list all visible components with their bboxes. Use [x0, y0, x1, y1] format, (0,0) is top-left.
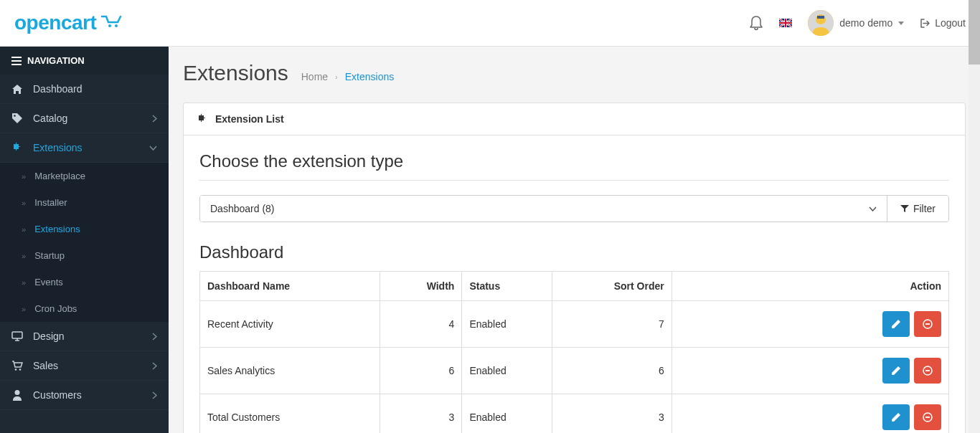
th-width: Width — [380, 272, 462, 301]
chevron-down-icon — [869, 206, 877, 211]
sidebar-item-extensions[interactable]: Extensions — [0, 133, 169, 163]
sub-item-marketplace[interactable]: » Marketplace — [0, 163, 169, 189]
edit-button[interactable] — [882, 358, 910, 384]
chevron-right-icon — [152, 333, 157, 341]
sidebar-item-sales[interactable]: Sales — [0, 351, 169, 381]
breadcrumb-current[interactable]: Extensions — [345, 71, 394, 82]
sidebar-label: Extensions — [33, 142, 82, 153]
logo-text: opencart — [14, 11, 96, 34]
sub-label: Extensions — [34, 224, 80, 234]
table-row: Total Customers3Enabled3 — [200, 394, 949, 434]
filter-button[interactable]: Filter — [887, 196, 948, 222]
cell-name: Total Customers — [200, 394, 380, 434]
filter-icon — [900, 204, 909, 213]
user-name: demo demo — [839, 17, 892, 29]
user-icon — [11, 389, 23, 401]
panel: Extension List Choose the extension type… — [183, 103, 966, 433]
chevron-right-icon — [152, 362, 157, 370]
sidebar-label: Customers — [33, 389, 82, 401]
notifications-icon[interactable] — [749, 15, 763, 31]
sidebar: NAVIGATION Dashboard Catalog Extensions — [0, 47, 169, 433]
avatar — [808, 10, 834, 36]
chevrons-icon: » — [22, 278, 26, 287]
scrollbar-thumb[interactable] — [969, 0, 980, 65]
cell-action — [672, 394, 948, 434]
cell-width: 3 — [380, 394, 462, 434]
page-title: Extensions — [183, 61, 288, 85]
minus-circle-icon — [923, 412, 933, 422]
th-name: Dashboard Name — [200, 272, 380, 301]
puzzle-icon — [197, 113, 208, 125]
svg-rect-5 — [817, 16, 824, 19]
home-icon — [11, 84, 23, 95]
sub-item-cron-jobs[interactable]: » Cron Jobs — [0, 295, 169, 322]
chevrons-icon: » — [22, 305, 26, 313]
svg-rect-7 — [12, 332, 22, 338]
sub-item-startup[interactable]: » Startup — [0, 242, 169, 269]
chevron-down-icon — [149, 146, 157, 151]
cell-status: Enabled — [462, 348, 552, 394]
sub-item-events[interactable]: » Events — [0, 269, 169, 295]
logout-label: Logout — [935, 17, 966, 29]
pencil-icon — [891, 319, 901, 329]
sidebar-item-design[interactable]: Design — [0, 322, 169, 351]
sidebar-item-catalog[interactable]: Catalog — [0, 104, 169, 133]
th-sort: Sort Order — [552, 272, 672, 301]
sub-label: Installer — [34, 197, 67, 208]
chevrons-icon: » — [22, 172, 26, 181]
svg-point-8 — [15, 368, 17, 371]
sub-label: Marketplace — [34, 171, 85, 181]
breadcrumb-home[interactable]: Home — [301, 71, 328, 82]
section-dashboard: Dashboard — [199, 242, 949, 262]
menu-icon — [11, 57, 22, 65]
page-head: Extensions Home › Extensions — [183, 61, 966, 85]
sub-item-installer[interactable]: » Installer — [0, 189, 169, 216]
chevrons-icon: » — [22, 252, 26, 260]
breadcrumb: Home › Extensions — [301, 71, 395, 82]
cell-width: 6 — [380, 348, 462, 394]
cell-sort: 3 — [552, 394, 672, 434]
sub-label: Startup — [34, 250, 65, 261]
svg-point-10 — [15, 390, 20, 395]
cell-name: Recent Activity — [200, 301, 380, 348]
cell-width: 4 — [380, 301, 462, 348]
tag-icon — [11, 113, 23, 124]
cell-sort: 7 — [552, 301, 672, 348]
table-row: Sales Analytics6Enabled6 — [200, 348, 949, 394]
edit-button[interactable] — [882, 404, 910, 430]
header-right: demo demo Logout — [749, 10, 966, 36]
edit-button[interactable] — [882, 311, 910, 337]
sidebar-label: Dashboard — [33, 83, 83, 95]
th-action: Action — [672, 272, 948, 301]
logout-icon — [920, 18, 930, 29]
sub-item-extensions[interactable]: » Extensions — [0, 216, 169, 242]
chevron-right-icon — [152, 115, 157, 123]
nav-heading: NAVIGATION — [0, 47, 169, 75]
scrollbar[interactable] — [969, 0, 980, 433]
divider — [199, 180, 949, 181]
language-flag-icon[interactable] — [779, 19, 792, 27]
user-menu[interactable]: demo demo — [808, 10, 904, 36]
sidebar-item-dashboard[interactable]: Dashboard — [0, 75, 169, 104]
logo[interactable]: opencart — [14, 11, 125, 34]
uninstall-button[interactable] — [914, 358, 941, 384]
svg-point-1 — [115, 24, 118, 27]
sidebar-item-customers[interactable]: Customers — [0, 381, 169, 410]
cell-sort: 6 — [552, 348, 672, 394]
uninstall-button[interactable] — [914, 311, 941, 337]
logout-button[interactable]: Logout — [920, 17, 966, 29]
minus-circle-icon — [923, 366, 933, 376]
cell-action — [672, 348, 948, 394]
panel-title: Extension List — [215, 113, 284, 125]
header: opencart demo demo Logout — [0, 0, 980, 47]
pencil-icon — [891, 412, 901, 422]
extension-type-select[interactable]: Dashboard (8) — [200, 196, 887, 222]
main-content: Extensions Home › Extensions Extension L… — [169, 47, 980, 433]
sidebar-label: Sales — [33, 360, 58, 371]
chevrons-icon: » — [22, 225, 26, 234]
minus-circle-icon — [923, 319, 933, 329]
cell-status: Enabled — [462, 301, 552, 348]
puzzle-icon — [11, 142, 23, 153]
uninstall-button[interactable] — [914, 404, 941, 430]
extensions-submenu: » Marketplace » Installer » Extensions »… — [0, 163, 169, 322]
